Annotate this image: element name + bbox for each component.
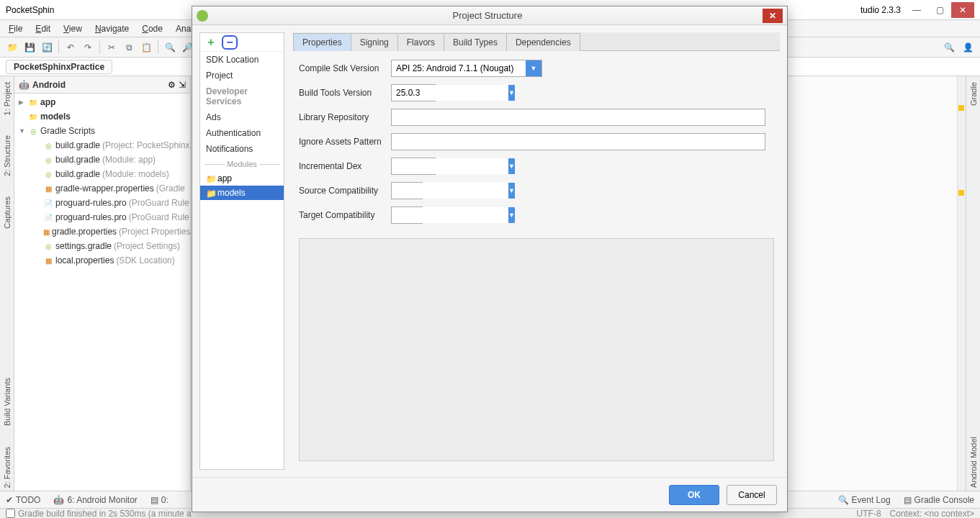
gear-icon[interactable]: ⚙ (168, 80, 176, 90)
warning-marker[interactable] (958, 190, 964, 196)
chevron-down-icon[interactable]: ▼ (508, 158, 515, 174)
status-encoding: UTF-8 (857, 509, 881, 519)
tab-flavors[interactable]: Flavors (397, 33, 444, 51)
incremental-dex-combo[interactable]: ▼ (391, 158, 436, 175)
warning-marker[interactable] (958, 105, 964, 111)
source-compat-input[interactable] (392, 183, 508, 199)
minimize-button[interactable]: — (905, 2, 928, 18)
menu-navigate[interactable]: Navigate (89, 22, 135, 35)
compile-sdk-input[interactable] (392, 60, 526, 76)
cut-icon[interactable]: ✂ (104, 40, 120, 55)
build-tools-input[interactable] (392, 85, 508, 101)
tab-android-model[interactable]: Android Model (969, 434, 978, 491)
properties-form: Compile Sdk Version ▼ Build Tools Versio… (293, 51, 780, 232)
dialog-content: Properties Signing Flavors Build Types D… (284, 32, 780, 470)
sync-icon[interactable]: 🔄 (39, 40, 55, 55)
project-mode[interactable]: Android (32, 80, 165, 90)
source-compat-combo[interactable]: ▼ (391, 182, 423, 199)
android-studio-icon (197, 10, 208, 22)
copy-icon[interactable]: ⧉ (121, 40, 137, 55)
tab-captures[interactable]: Captures (3, 194, 12, 232)
gradle-console-tab[interactable]: ▤ Gradle Console (904, 495, 974, 505)
ignore-assets-input[interactable] (391, 133, 765, 150)
right-gutter: Gradle Android Model (966, 76, 980, 491)
tab-project[interactable]: 1: Project (3, 79, 12, 118)
dialog-body: + − SDK Location Project Developer Servi… (192, 25, 787, 477)
tab-signing[interactable]: Signing (351, 33, 398, 51)
dialog-titlebar[interactable]: Project Structure ✕ (192, 6, 787, 25)
menu-view[interactable]: View (58, 22, 88, 35)
status-checkbox[interactable] (6, 509, 15, 518)
sidebar-sdk-location[interactable]: SDK Location (200, 52, 284, 68)
project-panel: 🤖 Android ⚙ ⇲ ▶📁app 📁models ▼◎Gradle Scr… (14, 76, 191, 491)
open-icon[interactable]: 📁 (4, 40, 20, 55)
incremental-dex-input[interactable] (392, 158, 508, 174)
find-icon[interactable]: 🔍 (162, 40, 178, 55)
title-right: tudio 2.3.3 (860, 5, 901, 15)
add-module-button[interactable]: + (204, 36, 217, 49)
chevron-down-icon[interactable]: ▼ (508, 183, 515, 199)
target-compat-combo[interactable]: ▼ (391, 206, 423, 224)
dialog-close-button[interactable]: ✕ (763, 9, 783, 23)
menu-code[interactable]: Code (136, 22, 168, 35)
save-icon[interactable]: 💾 (22, 40, 37, 55)
event-log-tab[interactable]: 🔍 Event Log (838, 495, 891, 505)
tab-build-variants[interactable]: Build Variants (3, 375, 12, 429)
chevron-down-icon[interactable]: ▼ (508, 207, 515, 223)
remove-module-button[interactable]: − (222, 35, 238, 50)
tree-item: ▦gradle.properties (Project Properties (14, 224, 190, 239)
chevron-down-icon[interactable]: ▼ (508, 85, 515, 101)
maximize-button[interactable]: ▢ (928, 2, 951, 18)
status-message: Gradle build finished in 2s 530ms (a min… (18, 509, 192, 519)
tree-item: ▦gradle-wrapper.properties (Gradle (14, 181, 190, 196)
sidebar-notifications[interactable]: Notifications (200, 141, 284, 157)
profile-icon[interactable]: 👤 (960, 40, 976, 55)
module-app[interactable]: 📁app (200, 171, 284, 186)
android-icon: 🤖 (19, 80, 30, 90)
chevron-down-icon[interactable]: ▼ (526, 60, 541, 76)
sidebar-authentication[interactable]: Authentication (200, 125, 284, 141)
folder-icon: 📁 (206, 188, 215, 197)
compile-sdk-combo[interactable]: ▼ (391, 60, 542, 77)
ok-button[interactable]: OK (669, 485, 719, 505)
tab-gradle[interactable]: Gradle (969, 79, 978, 109)
library-repo-label: Library Repository (299, 112, 385, 122)
cancel-button[interactable]: Cancel (727, 485, 777, 505)
target-compat-label: Target Compatibility (299, 210, 385, 220)
redo-icon[interactable]: ↷ (80, 40, 96, 55)
tab-dependencies[interactable]: Dependencies (506, 33, 580, 51)
terminal-tab[interactable]: ▤ 0: (150, 495, 168, 505)
sidebar-ads[interactable]: Ads (200, 109, 284, 125)
sidebar-project[interactable]: Project (200, 68, 284, 83)
breadcrumb-root[interactable]: PocketSphinxPractice (6, 60, 112, 74)
android-monitor-tab[interactable]: 🤖 6: Android Monitor (53, 495, 137, 505)
tab-properties[interactable]: Properties (293, 33, 351, 51)
build-tools-combo[interactable]: ▼ (391, 84, 436, 101)
tab-build-types[interactable]: Build Types (444, 33, 507, 51)
dialog-sidebar: + − SDK Location Project Developer Servi… (199, 32, 284, 470)
close-button[interactable]: ✕ (951, 2, 974, 18)
todo-tab[interactable]: ✔ TODO (6, 495, 40, 505)
undo-icon[interactable]: ↶ (63, 40, 78, 55)
search-everywhere-icon[interactable]: 🔍 (941, 40, 957, 55)
project-tree[interactable]: ▶📁app 📁models ▼◎Gradle Scripts ◎build.gr… (14, 94, 190, 491)
tree-models: 📁models (14, 109, 190, 124)
collapse-icon[interactable]: ⇲ (179, 80, 186, 90)
menu-edit[interactable]: Edit (30, 22, 56, 35)
menu-file[interactable]: File (3, 22, 28, 35)
tab-favorites[interactable]: 2: Favorites (3, 444, 12, 491)
project-structure-dialog: Project Structure ✕ + − SDK Location Pro… (192, 6, 788, 512)
project-panel-header: 🤖 Android ⚙ ⇲ (14, 76, 190, 94)
paste-icon[interactable]: 📋 (138, 40, 154, 55)
module-models[interactable]: 📁models (200, 186, 284, 200)
tree-gradle-scripts: ▼◎Gradle Scripts (14, 124, 190, 138)
marker-strip (957, 76, 966, 491)
tab-structure[interactable]: 2: Structure (3, 132, 12, 179)
compile-sdk-label: Compile Sdk Version (299, 63, 385, 73)
ignore-assets-label: Ignore Assets Pattern (299, 137, 385, 147)
tree-item: 📄proguard-rules.pro (ProGuard Rule (14, 196, 190, 210)
build-tools-label: Build Tools Version (299, 88, 385, 98)
target-compat-input[interactable] (392, 207, 508, 223)
title-left: PocketSphin (6, 5, 54, 15)
library-repo-input[interactable] (391, 109, 765, 126)
